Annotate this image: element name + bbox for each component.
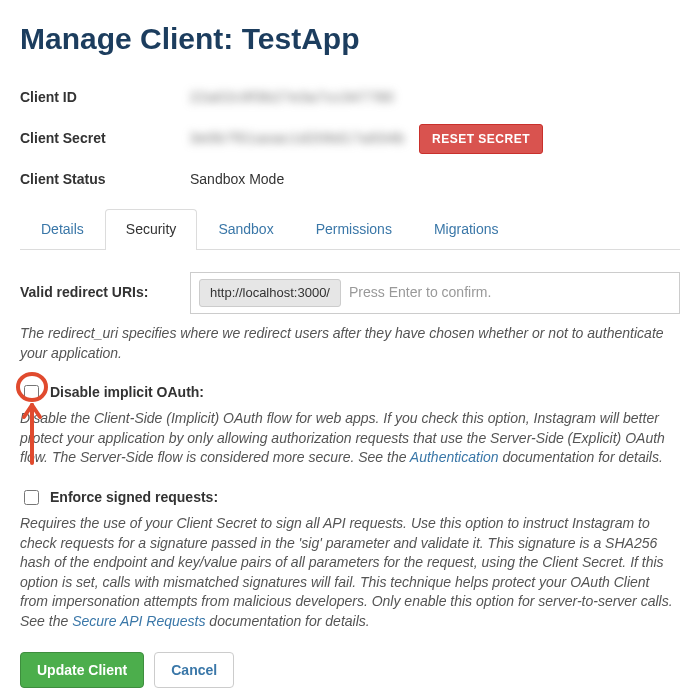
secure-api-requests-link[interactable]: Secure API Requests [72,613,205,629]
redirect-uris-help: The redirect_uri specifies where we redi… [20,324,680,363]
client-id-label: Client ID [20,88,190,108]
page-title: Manage Client: TestApp [20,18,680,60]
enforce-signed-help: Requires the use of your Client Secret t… [20,514,680,632]
disable-implicit-help: Disable the Client-Side (Implicit) OAuth… [20,409,680,468]
enforce-signed-help-after: documentation for details. [205,613,369,629]
cancel-button[interactable]: Cancel [154,652,234,688]
authentication-link[interactable]: Authentication [410,449,499,465]
disable-implicit-checkbox[interactable] [24,385,39,400]
tabs: Details Security Sandbox Permissions Mig… [20,209,680,250]
actions-row: Update Client Cancel [20,652,680,688]
enforce-signed-checkbox[interactable] [24,490,39,505]
tab-details[interactable]: Details [20,209,105,250]
redirect-uri-placeholder: Press Enter to confirm. [349,283,491,303]
disable-implicit-label: Disable implicit OAuth: [50,383,204,403]
update-client-button[interactable]: Update Client [20,652,144,688]
disable-implicit-help-after: documentation for details. [499,449,663,465]
redirect-uris-input[interactable]: http://localhost:3000/ Press Enter to co… [190,272,680,314]
enforce-signed-help-text: Requires the use of your Client Secret t… [20,515,673,629]
reset-secret-button[interactable]: RESET SECRET [419,124,543,154]
client-status-label: Client Status [20,170,190,190]
tab-security[interactable]: Security [105,209,198,250]
tab-permissions[interactable]: Permissions [295,209,413,250]
client-id-value: 22a02c9f3b27e3a7cc347780 [190,88,395,108]
enforce-signed-label: Enforce signed requests: [50,488,218,508]
redirect-uris-label: Valid redirect URIs: [20,283,190,303]
client-secret-value: 3e0b7f01aoac1d206d17a934b [190,129,405,149]
disable-implicit-row: Disable implicit OAuth: [20,383,680,403]
client-status-value: Sandbox Mode [190,170,284,190]
redirect-uris-row: Valid redirect URIs: http://localhost:30… [20,272,680,314]
client-status-row: Client Status Sandbox Mode [20,170,680,190]
client-secret-label: Client Secret [20,129,190,149]
enforce-signed-row: Enforce signed requests: [20,488,680,508]
client-id-row: Client ID 22a02c9f3b27e3a7cc347780 [20,88,680,108]
redirect-uri-chip[interactable]: http://localhost:3000/ [199,279,341,307]
client-secret-row: Client Secret 3e0b7f01aoac1d206d17a934b … [20,124,680,154]
tab-migrations[interactable]: Migrations [413,209,520,250]
tab-sandbox[interactable]: Sandbox [197,209,294,250]
